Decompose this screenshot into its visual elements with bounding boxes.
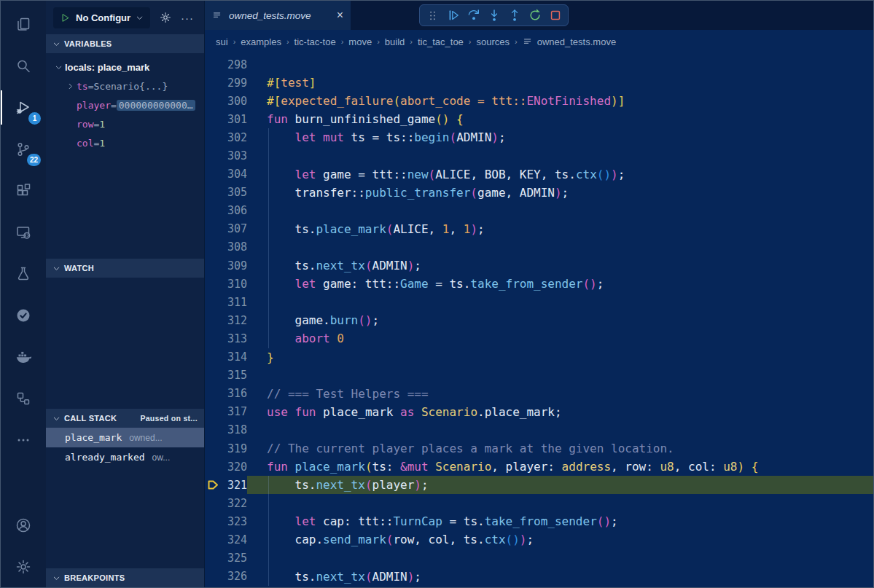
code-line-302[interactable]: 302 let mut ts = ts::begin(ADMIN);: [205, 128, 873, 146]
gutter[interactable]: 309: [205, 256, 247, 275]
breadcrumb-item[interactable]: tic-tac-toe: [294, 36, 336, 47]
gutter[interactable]: 318: [205, 421, 247, 439]
code-line-325[interactable]: 325: [205, 549, 873, 568]
breadcrumb-item[interactable]: examples: [241, 36, 281, 47]
code-line-314[interactable]: 314}: [205, 348, 873, 366]
code-line-318[interactable]: 318: [205, 421, 873, 439]
gutter[interactable]: 322: [205, 494, 247, 512]
code-line-320[interactable]: 320fun place_mark(ts: &mut Scenario, pla…: [205, 458, 873, 476]
code-line-326[interactable]: 326 ts.next_tx(ADMIN);: [205, 568, 873, 586]
gutter[interactable]: 324: [205, 530, 247, 549]
code-line-304[interactable]: 304 let game = ttt::new(ALICE, BOB, KEY,…: [205, 165, 873, 184]
code-line-309[interactable]: 309 ts.next_tx(ADMIN);: [205, 256, 873, 275]
code-line-323[interactable]: 323 let cap: ttt::TurnCap = ts.take_from…: [205, 512, 873, 530]
code-line-306[interactable]: 306: [205, 202, 873, 220]
variables-section-header[interactable]: VARIABLES: [46, 34, 204, 53]
step-out-button[interactable]: [505, 7, 523, 24]
step-into-button[interactable]: [485, 7, 503, 24]
code-editor[interactable]: 298299#[test]300#[expected_failure(abort…: [205, 53, 873, 587]
activity-extensions-icon[interactable]: [1, 170, 46, 211]
variable-row-row[interactable]: row = 1: [46, 114, 204, 133]
restart-button[interactable]: [526, 7, 544, 24]
code-line-317[interactable]: 317use fun place_mark as Scenario.place_…: [205, 403, 873, 421]
gutter[interactable]: 315: [205, 366, 247, 385]
debug-current-line-arrow-icon[interactable]: [205, 479, 221, 491]
gutter[interactable]: 299: [205, 74, 247, 92]
code-line-311[interactable]: 311: [205, 293, 873, 311]
watch-section-header[interactable]: WATCH: [46, 259, 204, 278]
continue-button[interactable]: [444, 7, 462, 24]
activity-task-check-icon[interactable]: [1, 294, 46, 336]
code-line-319[interactable]: 319// The current player places a mark a…: [205, 439, 873, 458]
code-line-315[interactable]: 315: [205, 366, 873, 385]
code-line-298[interactable]: 298: [205, 55, 873, 74]
activity-settings-icon[interactable]: [1, 546, 46, 587]
activity-search-icon[interactable]: [1, 45, 46, 87]
activity-docker-icon[interactable]: [1, 336, 46, 377]
breadcrumb-item[interactable]: move: [348, 36, 372, 47]
gutter[interactable]: 317: [205, 403, 247, 421]
code-line-324[interactable]: 324 cap.send_mark(row, col, ts.ctx());: [205, 530, 873, 549]
more-actions-icon[interactable]: ···: [181, 12, 194, 24]
code-line-310[interactable]: 310 let game: ttt::Game = ts.take_from_s…: [205, 275, 873, 293]
gutter[interactable]: 326: [205, 568, 247, 586]
breadcrumb-item[interactable]: build: [385, 36, 405, 47]
activity-remote-explorer-icon[interactable]: [1, 211, 46, 253]
variable-row-ts[interactable]: ts = Scenario{...}: [46, 77, 204, 95]
gutter[interactable]: 323: [205, 512, 247, 530]
gutter[interactable]: 316: [205, 385, 247, 403]
gutter[interactable]: 301: [205, 110, 247, 128]
activity-explorer-icon[interactable]: [1, 4, 46, 45]
gutter[interactable]: 312: [205, 311, 247, 329]
gutter[interactable]: 320: [205, 458, 247, 476]
code-line-313[interactable]: 313 abort 0: [205, 329, 873, 348]
activity-more-icon[interactable]: [1, 419, 46, 460]
variable-row-player[interactable]: player = 000000000000…: [46, 95, 204, 114]
stop-button[interactable]: [546, 7, 564, 24]
code-line-305[interactable]: 305 transfer::public_transfer(game, ADMI…: [205, 184, 873, 202]
activity-testing-icon[interactable]: [1, 253, 46, 294]
activity-references-icon[interactable]: [1, 377, 46, 419]
code-line-316[interactable]: 316// === Test Helpers ===: [205, 385, 873, 403]
code-line-307[interactable]: 307 ts.place_mark(ALICE, 1, 1);: [205, 220, 873, 238]
gutter[interactable]: 304: [205, 165, 247, 184]
play-icon[interactable]: [60, 12, 71, 23]
activity-run-debug-icon[interactable]: 1: [1, 87, 46, 128]
breadcrumb-item[interactable]: sui: [216, 36, 228, 47]
code-line-321[interactable]: 321 ts.next_tx(player);: [205, 476, 873, 494]
activity-source-control-icon[interactable]: 22: [1, 128, 46, 170]
launch-config-dropdown[interactable]: No Configur: [53, 7, 150, 28]
code-line-300[interactable]: 300#[expected_failure(abort_code = ttt::…: [205, 92, 873, 110]
stack-frame-already_marked[interactable]: already_markedow...: [46, 447, 204, 467]
activity-account-icon[interactable]: [1, 504, 46, 546]
gutter[interactable]: 300: [205, 92, 247, 110]
gutter[interactable]: 311: [205, 293, 247, 311]
call-stack-section-header[interactable]: CALL STACK Paused on st...: [46, 409, 204, 428]
gutter[interactable]: 302: [205, 128, 247, 146]
breadcrumb-file[interactable]: owned_tests.move: [523, 36, 616, 47]
gutter[interactable]: 313: [205, 329, 247, 348]
code-line-301[interactable]: 301fun burn_unfinished_game() {: [205, 110, 873, 128]
code-line-308[interactable]: 308: [205, 238, 873, 256]
tab-owned-tests[interactable]: owned_tests.move ×: [205, 1, 351, 30]
gear-icon[interactable]: [159, 11, 172, 24]
variables-scope-row[interactable]: locals: place_mark: [46, 58, 204, 77]
breakpoints-section-header[interactable]: BREAKPOINTS: [46, 568, 204, 587]
variable-row-col[interactable]: col = 1: [46, 133, 204, 152]
gutter[interactable]: 325: [205, 549, 247, 568]
code-line-303[interactable]: 303: [205, 146, 873, 165]
breadcrumb-item[interactable]: tic_tac_toe: [418, 36, 464, 47]
close-icon[interactable]: ×: [337, 9, 343, 21]
step-over-button[interactable]: [464, 7, 483, 24]
gutter[interactable]: 303: [205, 146, 247, 165]
gutter[interactable]: 305: [205, 184, 247, 202]
code-line-312[interactable]: 312 game.burn();: [205, 311, 873, 329]
gutter[interactable]: 321: [205, 476, 247, 494]
code-line-322[interactable]: 322: [205, 494, 873, 512]
gutter[interactable]: 319: [205, 439, 247, 458]
breadcrumb-item[interactable]: sources: [477, 36, 510, 47]
gripper-button[interactable]: [424, 7, 442, 24]
gutter[interactable]: 310: [205, 275, 247, 293]
code-line-299[interactable]: 299#[test]: [205, 74, 873, 92]
gutter[interactable]: 314: [205, 348, 247, 366]
